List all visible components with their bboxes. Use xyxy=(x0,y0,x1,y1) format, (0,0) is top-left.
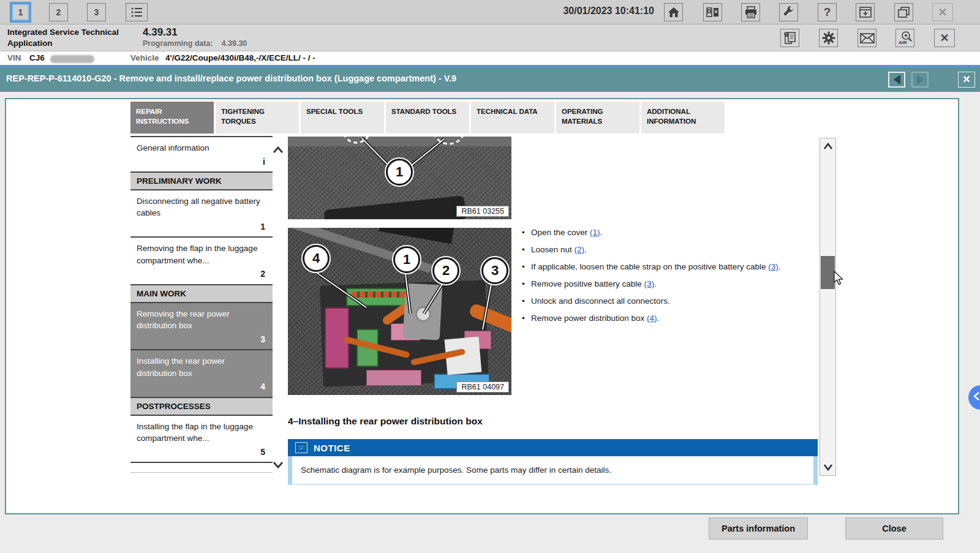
step-text: Open the cover xyxy=(531,228,590,237)
step-text: . xyxy=(657,314,660,323)
step-link[interactable]: (3) xyxy=(644,279,655,288)
content-scrollbar[interactable] xyxy=(820,138,836,476)
app-title: Integrated Service Technical Application xyxy=(7,27,137,49)
removal-steps-list: Open the cover (1). Loosen nut (2). If a… xyxy=(521,228,821,331)
workspace-tab-1-label: 1 xyxy=(18,7,23,17)
help-button[interactable]: ? xyxy=(818,3,837,21)
sidebar-scroll-up-button[interactable] xyxy=(273,146,285,159)
sidebar-item-disconnect-battery[interactable]: Disconnecting all negative battery cable… xyxy=(130,190,273,238)
compare-devices-icon xyxy=(706,7,720,18)
air-search-button[interactable]: AIR xyxy=(895,29,914,47)
callout-2: 2 xyxy=(432,257,459,284)
forward-arrow-icon xyxy=(917,75,924,85)
settings-button[interactable] xyxy=(819,29,838,47)
workspace-tab-2[interactable]: 2 xyxy=(49,3,68,21)
back-arrow-icon xyxy=(894,75,900,85)
step-link[interactable]: (1) xyxy=(590,228,600,237)
programming-data-version: 4.39.30 xyxy=(222,39,247,48)
sidebar-header-postprocesses: POSTPROCESSES xyxy=(130,398,273,416)
nav-forward-button[interactable] xyxy=(911,72,929,88)
step-remove-power-box: Remove power distribution box (4). xyxy=(521,314,821,323)
document-title-bar: REP-REP-P-6114010-G20 - Remove and insta… xyxy=(0,67,980,92)
sidebar-item-num: 1 xyxy=(137,219,266,234)
sidebar-scroll-down-button[interactable] xyxy=(273,461,285,474)
tab-special-tools[interactable]: SPECIAL TOOLS xyxy=(301,102,384,134)
notice-title: NOTICE xyxy=(314,443,350,453)
operations-button[interactable] xyxy=(703,3,722,21)
sidebar-item-label: Removing the flap in the luggage compart… xyxy=(137,244,257,265)
tab-operating-materials[interactable]: OPERATING MATERIALS xyxy=(556,102,639,134)
home-icon xyxy=(668,6,680,18)
workspace-list-button[interactable] xyxy=(126,3,148,21)
tab-technical-data[interactable]: TECHNICAL DATA xyxy=(471,102,554,134)
air-label: AIR xyxy=(899,40,907,45)
parts-information-button[interactable]: Parts information xyxy=(709,517,808,540)
step-text: Remove positive battery cable xyxy=(531,279,644,288)
workspace-tab-3-label: 3 xyxy=(94,7,99,17)
nav-back-button[interactable] xyxy=(888,72,905,88)
copy-report-button[interactable] xyxy=(780,29,799,47)
wrench-icon xyxy=(783,6,795,18)
restore-window-button[interactable] xyxy=(894,3,913,21)
top-toolbar: 1 2 3 30/01/2023 10:41:10 xyxy=(0,0,980,24)
step-open-cover: Open the cover (1). xyxy=(521,228,821,237)
scroll-down-button[interactable] xyxy=(820,459,835,475)
notice-text: Schematic diagram is for example purpose… xyxy=(292,465,611,475)
app-bar: Integrated Service Technical Application… xyxy=(0,25,980,51)
sidebar-item-num: i xyxy=(137,154,266,169)
tools-button[interactable] xyxy=(779,3,798,21)
sidebar-item-label: General information xyxy=(137,143,209,152)
scroll-up-button[interactable] xyxy=(820,138,835,154)
step-loosen-cable-strap: If applicable, loosen the cable strap on… xyxy=(521,262,821,271)
pointing-hand-icon: ☞ xyxy=(295,442,307,453)
sidebar-item-num: 2 xyxy=(137,266,266,281)
step-link[interactable]: (4) xyxy=(647,314,657,323)
workspace-tab-3[interactable]: 3 xyxy=(87,3,106,21)
close-app-button[interactable]: ✕ xyxy=(932,3,953,21)
tab-tightening-torques[interactable]: TIGHTENING TORQUES xyxy=(216,102,299,134)
tab-standard-tools[interactable]: STANDARD TOOLS xyxy=(386,102,469,134)
step-text: . xyxy=(654,279,657,288)
notice-banner: ☞ NOTICE xyxy=(288,439,818,456)
help-icon: ? xyxy=(824,6,831,19)
step-text: . xyxy=(600,228,603,237)
document-title: REP-REP-P-6114010-G20 - Remove and insta… xyxy=(6,73,456,83)
programming-data: Programming data:4.39.30 xyxy=(143,39,255,48)
sidebar-item-partial[interactable] xyxy=(130,463,273,473)
chevron-left-icon xyxy=(973,391,979,404)
workspace-tab-1[interactable]: 1 xyxy=(11,3,30,21)
sidebar-item-installing-power-box[interactable]: Installing the rear power distribution b… xyxy=(130,350,273,397)
sidebar-item-label: Installing the flap in the luggage compa… xyxy=(137,422,253,443)
section-heading: 4–Installing the rear power distribution… xyxy=(288,416,483,427)
panel-toggle-button[interactable] xyxy=(968,385,980,410)
close-session-button[interactable]: ✕ xyxy=(934,29,955,47)
figure-caption: RB61 03255 xyxy=(456,206,509,217)
messages-button[interactable] xyxy=(858,29,876,47)
step-text: . xyxy=(584,245,587,254)
step-disconnect-connectors: Unlock and disconnect all connectors. xyxy=(521,296,821,306)
close-document-button[interactable]: ✕ xyxy=(958,72,975,88)
home-button[interactable] xyxy=(664,3,683,21)
app-version: 4.39.31 xyxy=(143,26,178,39)
air-search-icon: AIR xyxy=(898,31,913,45)
sidebar-item-general-information[interactable]: General information i xyxy=(130,137,273,173)
tab-repair-instructions[interactable]: REPAIR INSTRUCTIONS xyxy=(130,102,214,134)
datetime: 30/01/2023 10:41:10 xyxy=(563,6,654,17)
mouse-cursor xyxy=(833,271,846,288)
print-button[interactable] xyxy=(741,3,760,21)
sidebar-item-installing-flap[interactable]: Installing the flap in the luggage compa… xyxy=(130,416,273,463)
restore-window-icon xyxy=(898,7,910,18)
callout-1: 1 xyxy=(393,246,420,273)
figure-luggage-compartment: 1 RB61 03255 xyxy=(288,137,511,219)
sidebar-item-removing-flap[interactable]: Removing the flap in the luggage compart… xyxy=(130,238,273,285)
step-link[interactable]: (2) xyxy=(575,245,585,254)
screen-layout-button[interactable] xyxy=(856,3,875,21)
vin-redacted xyxy=(50,55,94,63)
sidebar-header-main-work: MAIN WORK xyxy=(130,285,273,303)
sidebar-item-removing-power-box[interactable]: Removing the rear power distribution box… xyxy=(130,303,273,350)
close-button[interactable]: Close xyxy=(845,517,943,540)
gear-icon xyxy=(822,31,835,45)
tab-additional-information[interactable]: ADDITIONAL INFORMATION xyxy=(641,102,725,134)
close-icon: ✕ xyxy=(940,31,949,45)
step-link[interactable]: (3) xyxy=(768,262,778,271)
